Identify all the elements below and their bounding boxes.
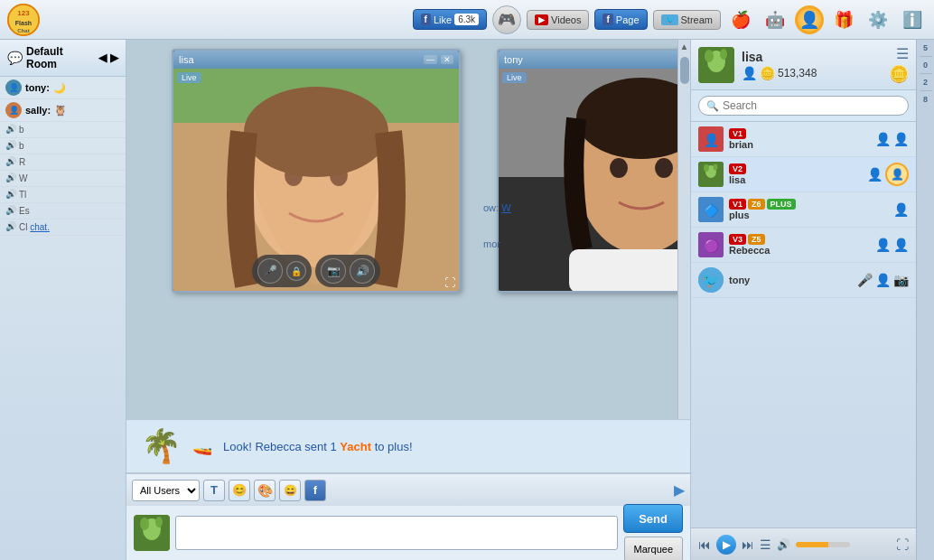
player-play-btn[interactable]: ▶ — [716, 535, 736, 555]
lisa-speaker-btn[interactable]: 🔊 — [350, 258, 375, 284]
user-list-item-rebecca[interactable]: 🟣 V3 Z5 Rebecca 👤 👤 — [691, 228, 916, 263]
lisa-titlebar-buttons: — ✕ — [424, 55, 453, 64]
msg-row-1: 🔊 b — [0, 122, 126, 138]
videos-button[interactable]: ▶ Videos — [527, 10, 589, 30]
user-name-sally: sally: — [25, 105, 51, 116]
fb-share-button[interactable]: f — [304, 480, 326, 501]
logo-icon: 123 Flash Chat — [7, 4, 40, 36]
lisa-mic-btn[interactable]: 🎤 — [257, 258, 283, 284]
toolbar-expand-btn[interactable]: ▶ — [674, 481, 685, 499]
user-avatar-sally: 👤 — [5, 102, 22, 118]
speaker-icon-5: 🔊 — [5, 189, 16, 199]
speaker-icon-6: 🔊 — [5, 205, 16, 215]
tony-live-badge: Live — [502, 72, 527, 83]
user-row-sally[interactable]: 👤 sally: 🦉 — [0, 99, 126, 122]
player-volume-icon: 🔊 — [777, 538, 790, 551]
search-input[interactable] — [723, 99, 901, 112]
tony-video-window: tony — ✕ — [497, 49, 690, 293]
fb-page-button[interactable]: f Page — [594, 9, 647, 30]
lisa-video-title: lisa — [179, 54, 194, 65]
user-list-item-plus[interactable]: 🔷 V1 Z6 PLUS plus 👤 — [691, 192, 916, 228]
room-arrow-left[interactable]: ◀ — [98, 51, 107, 64]
user-list-item-brian[interactable]: 👤 V1 brian 👤 👤 — [691, 122, 916, 157]
player-rewind-btn[interactable]: ⏮ — [698, 537, 711, 552]
gift-icon-button[interactable]: 🎁 — [829, 5, 858, 34]
rs-coin-btn[interactable]: 🪙 — [889, 64, 909, 84]
settings-icon-button[interactable]: ⚙️ — [864, 5, 892, 34]
svg-text:🐦: 🐦 — [702, 272, 720, 289]
message-input[interactable] — [175, 516, 618, 550]
font-button[interactable]: T — [203, 480, 225, 501]
ul-name-brian: brian — [729, 139, 753, 150]
msg-user-Tl: Tl — [19, 189, 26, 201]
ul-cam-icon-tony[interactable]: 👤 — [875, 273, 891, 287]
svg-text:Flash: Flash — [15, 20, 32, 26]
ul-info-brian: V1 brian — [729, 128, 753, 150]
player-forward-btn[interactable]: ⏭ — [742, 537, 754, 552]
user-list-item-lisa[interactable]: V2 lisa 👤 👤 — [691, 157, 916, 192]
ul-badges-lisa: V2 — [729, 163, 746, 174]
stream-label: Stream — [681, 14, 713, 25]
search-input-wrap: 🔍 — [698, 96, 909, 116]
speaker-icon-3: 🔊 — [5, 156, 16, 166]
lisa-minimize-btn[interactable]: — — [424, 55, 437, 64]
ul-badges-rebecca: V3 Z5 — [729, 234, 770, 245]
color-button[interactable]: 🎨 — [254, 480, 276, 501]
ul-avatar-plus: 🔷 — [698, 197, 724, 222]
info-icon-button[interactable]: ℹ️ — [898, 5, 927, 34]
emoji-button[interactable]: 😊 — [229, 480, 250, 501]
speaker-icon-2: 🔊 — [5, 140, 16, 150]
msg-link-chat[interactable]: chat. — [30, 222, 50, 232]
partial-link[interactable]: W — [501, 202, 510, 213]
user-list-item-tony[interactable]: 🐦 tony 🎤 👤 📷 — [691, 263, 916, 298]
coin-icon: 👤 — [742, 66, 757, 80]
center-area: lisa — ✕ — [126, 40, 690, 560]
ul-cam2-icon-tony[interactable]: 📷 — [893, 273, 909, 287]
lisa-camera-btn[interactable]: 📷 — [321, 258, 346, 284]
rs-menu-icon[interactable]: ☰ — [896, 45, 909, 62]
ul-cam-icon-plus[interactable]: 👤 — [893, 202, 909, 217]
stream-button[interactable]: 🐦 Stream — [653, 10, 721, 30]
send-button[interactable]: Send — [623, 504, 683, 533]
msg-row-3: 🔊 R — [0, 154, 126, 171]
room-arrow-right[interactable]: ▶ — [110, 51, 118, 64]
marquee-button[interactable]: Marquee — [624, 537, 683, 560]
topbar: 123 Flash Chat f Like 6.3k 🎮 ▶ Videos f … — [0, 0, 934, 40]
ul-cam-icon-rebecca[interactable]: 👤 — [893, 238, 909, 252]
msg-row-5: 🔊 Tl — [0, 187, 126, 203]
gamepad-button[interactable]: 🎮 — [492, 5, 521, 34]
boat-icon: 🚤 — [192, 436, 212, 456]
sticker-button[interactable]: 😄 — [279, 480, 301, 501]
right-sidebar-wrap: lisa 👤 🪙 513,348 ☰ 🪙 — [690, 40, 934, 560]
android-icon-button[interactable]: 🤖 — [761, 5, 789, 34]
svg-text:123: 123 — [17, 9, 30, 17]
facebook-like-button[interactable]: f Like 6.3k — [413, 9, 487, 30]
player-list-btn[interactable]: ☰ — [760, 537, 771, 552]
user-row-tony[interactable]: 👤 tony: 🌙 — [0, 77, 126, 99]
lisa-lock-btn[interactable]: 🔒 — [286, 261, 306, 281]
video-scroll-thumb[interactable] — [680, 57, 689, 84]
svg-point-19 — [140, 518, 149, 530]
ul-active-cam-lisa[interactable]: 👤 — [885, 163, 909, 186]
lisa-close-btn[interactable]: ✕ — [441, 55, 453, 64]
user-name-tony: tony: — [25, 82, 50, 93]
lisa-video-controls: 🎤 🔒 📷 🔊 — [252, 255, 380, 287]
badge-plus-plus: PLUS — [767, 199, 796, 210]
ul-mic-icon-tony[interactable]: 🎤 — [857, 273, 873, 287]
lisa-video-window: lisa — ✕ — [172, 49, 461, 293]
notif-text-start: Look! Rebecca sent 1 — [223, 440, 340, 453]
apple-icon-button[interactable]: 🍎 — [726, 5, 755, 34]
far-right-divider-1 — [920, 56, 932, 57]
lisa-corner-icon: ⛶ — [444, 276, 455, 289]
volume-slider[interactable] — [796, 542, 850, 547]
msg-row-2: 🔊 b — [0, 138, 126, 154]
rs-user-name: lisa — [742, 50, 817, 64]
svg-point-14 — [655, 158, 673, 178]
user-profile-button[interactable]: 👤 — [795, 5, 824, 34]
player-expand-btn[interactable]: ⛶ — [896, 537, 909, 552]
rs-coins: 👤 🪙 513,348 — [742, 66, 817, 80]
ul-cam-icon-brian[interactable]: 👤 — [893, 132, 909, 146]
video-scroll-up[interactable]: ▲ — [678, 40, 690, 53]
user-select[interactable]: All Users — [132, 480, 200, 501]
player-bar: ⏮ ▶ ⏭ ☰ 🔊 ⛶ — [691, 527, 916, 560]
